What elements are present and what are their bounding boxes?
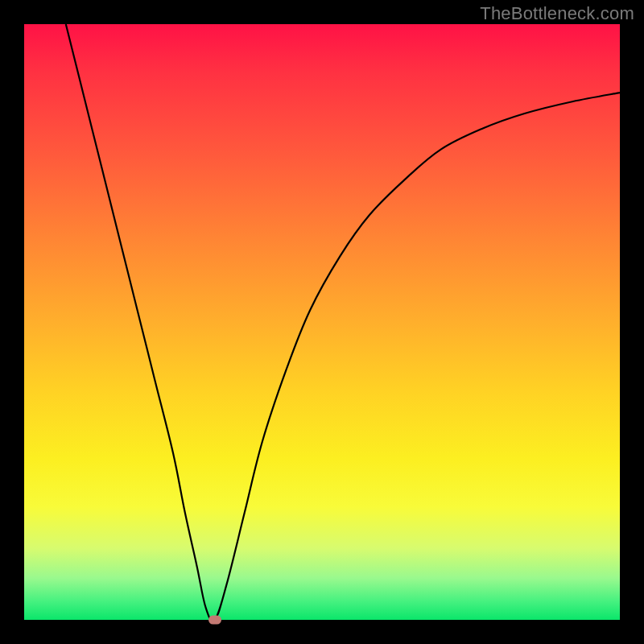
chart-frame: TheBottleneck.com: [0, 0, 644, 644]
plot-area: [24, 24, 620, 620]
curve-line: [66, 24, 620, 621]
minimum-marker: [208, 616, 221, 625]
bottleneck-curve: [24, 24, 620, 620]
watermark-text: TheBottleneck.com: [480, 3, 634, 24]
